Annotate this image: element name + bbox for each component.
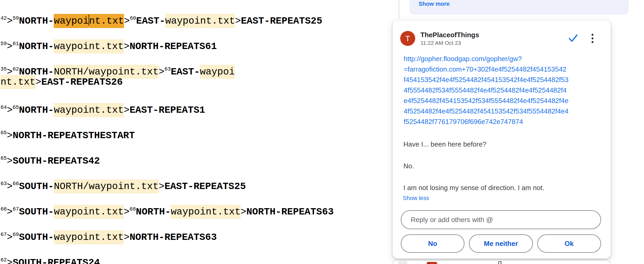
comment-timestamp: 11:22 AM Oct 23 bbox=[420, 40, 461, 46]
show-more-link[interactable]: Show more bbox=[419, 1, 450, 7]
doc-text: NORTH-REPEATS61 bbox=[129, 41, 217, 52]
document-line[interactable]: 67>69SOUTH-waypoint.txt>NORTH-REPEATS63 bbox=[1, 228, 217, 244]
background-fragment bbox=[398, 261, 407, 264]
comment-paragraph: No. bbox=[403, 161, 597, 170]
footnote-ref: 64 bbox=[1, 104, 7, 110]
doc-text: EAST-REPEATS25 bbox=[164, 181, 246, 192]
footnote-ref: 69 bbox=[13, 231, 19, 238]
footnote-ref: 61 bbox=[13, 41, 19, 47]
footnote-ref: 35 bbox=[1, 66, 7, 72]
doc-text: NORTH- bbox=[19, 105, 54, 116]
footnote-ref: 65 bbox=[1, 155, 7, 161]
comment-link-line[interactable]: f454153542f4e4f5254482f454153542f4e4f525… bbox=[404, 74, 569, 85]
doc-text: EAST- bbox=[136, 15, 165, 26]
search-match: NORTH/waypoint.txt bbox=[54, 179, 159, 193]
smart-reply-ok[interactable]: Ok bbox=[537, 234, 601, 253]
smart-reply-no[interactable]: No bbox=[401, 234, 464, 253]
document-line[interactable]: 64>65NORTH-waypoint.txt>EAST-REPEATS1 bbox=[1, 101, 205, 117]
doc-text: SOUTH- bbox=[19, 232, 54, 243]
search-match: waypoint.txt bbox=[171, 205, 240, 219]
search-match-active: nt.txt bbox=[89, 14, 124, 28]
doc-text: > bbox=[124, 15, 130, 26]
search-match: waypoi bbox=[200, 65, 235, 79]
document-line[interactable]: 65>SOUTH-REPEATS42 bbox=[1, 152, 100, 168]
document-line[interactable]: nt.txt>EAST-REPEATS26 bbox=[1, 76, 123, 89]
footnote-ref: 65 bbox=[1, 130, 7, 136]
collapsed-comment-card[interactable]: Show more bbox=[409, 0, 629, 15]
footnote-ref: 59 bbox=[13, 15, 19, 21]
next-comment-avatar bbox=[427, 262, 437, 264]
footnote-ref: 66 bbox=[13, 181, 19, 187]
comment-paragraph: I am not losing my sense of direction. I… bbox=[403, 183, 597, 192]
doc-text: > bbox=[7, 232, 13, 243]
document-line[interactable]: 59>61NORTH-waypoint.txt>NORTH-REPEATS61 bbox=[1, 37, 217, 53]
doc-text: NORTH-REPEATSTHESTART bbox=[13, 130, 135, 141]
search-match: nt.txt bbox=[1, 75, 35, 89]
comment-body: Have I... been here before?No.I am not l… bbox=[403, 140, 597, 205]
doc-text: SOUTH-REPEATS42 bbox=[13, 155, 100, 166]
comment-link-line[interactable]: f5254482f776179706f696e742e747874 bbox=[404, 116, 569, 127]
doc-text: EAST-REPEATS1 bbox=[129, 105, 205, 116]
doc-text: > bbox=[7, 155, 13, 166]
comment-link[interactable]: http://gopher.floodgap.com/gopher/gw?=fa… bbox=[404, 53, 569, 127]
search-match: waypoint.txt bbox=[54, 39, 123, 53]
footnote-ref: 63 bbox=[164, 66, 171, 72]
doc-text: NORTH-REPEATS63 bbox=[246, 206, 334, 217]
doc-text: > bbox=[159, 181, 164, 192]
search-match: waypoint.txt bbox=[54, 205, 123, 219]
doc-text: SOUTH-REPEATS24 bbox=[13, 257, 100, 264]
doc-text: NORTH-REPEATS63 bbox=[129, 232, 217, 243]
smart-reply-me-neither[interactable]: Me neither bbox=[469, 234, 533, 253]
document-text[interactable]: 42>59NORTH-waypoint.txt>60EAST-waypoint.… bbox=[0, 0, 391, 264]
doc-text: > bbox=[241, 206, 246, 217]
doc-text: > bbox=[35, 77, 41, 88]
footnote-ref: 60 bbox=[130, 15, 136, 21]
comment-paragraph: Have I... been here before? bbox=[403, 140, 597, 149]
comment-link-line[interactable]: 4f5554482f534f5554482f4e4f5254482f4e4f52… bbox=[404, 85, 569, 95]
doc-text: > bbox=[7, 130, 13, 141]
document-line[interactable]: 66>67SOUTH-waypoint.txt>68NORTH-waypoint… bbox=[1, 203, 334, 218]
footnote-ref: 67 bbox=[13, 206, 19, 212]
footnote-ref: 65 bbox=[13, 104, 19, 110]
comment-author: ThePlaceofThings bbox=[420, 31, 479, 39]
doc-text: EAST- bbox=[171, 66, 200, 77]
comment-link-line[interactable]: e4f5254482f454153542f534f5554482f4e4f525… bbox=[404, 95, 569, 106]
doc-text: EAST-REPEATS26 bbox=[41, 77, 123, 88]
document-line[interactable]: 42>59NORTH-waypoint.txt>60EAST-waypoint.… bbox=[1, 12, 322, 28]
comment-link-line[interactable]: =farragofiction.com+70+302f4e4f5254482f4… bbox=[404, 64, 569, 74]
footnote-ref: 59 bbox=[1, 41, 7, 47]
footnote-ref: 67 bbox=[1, 231, 7, 238]
doc-text: EAST-REPEATS25 bbox=[241, 15, 322, 26]
more-options-icon[interactable] bbox=[588, 31, 597, 45]
footnote-ref: 68 bbox=[129, 206, 136, 212]
doc-text: > bbox=[7, 15, 13, 26]
doc-text: > bbox=[159, 66, 164, 77]
doc-text: > bbox=[7, 257, 13, 264]
app-window: 42>59NORTH-waypoint.txt>60EAST-waypoint.… bbox=[0, 0, 644, 264]
avatar: T bbox=[400, 31, 415, 46]
search-match: waypoint.txt bbox=[54, 103, 123, 117]
next-comment-card[interactable]: g bbox=[393, 261, 611, 264]
resolve-check-icon[interactable] bbox=[567, 32, 579, 45]
next-comment-text-fragment: g bbox=[498, 258, 502, 264]
search-match-active: waypoi bbox=[54, 14, 89, 28]
doc-text: NORTH- bbox=[19, 15, 54, 26]
comment-link-line[interactable]: 4f5254482f4e4f5254482f454153542f534f5554… bbox=[404, 106, 569, 116]
document-line[interactable]: 63>66SOUTH-NORTH/waypoint.txt>EAST-REPEA… bbox=[1, 177, 246, 193]
comment-card: T ThePlaceofThings 11:22 AM Oct 23 http:… bbox=[393, 20, 611, 258]
page-edge-line bbox=[399, 0, 399, 19]
document-line[interactable]: 65>NORTH-REPEATSTHESTART bbox=[1, 126, 135, 142]
doc-text: > bbox=[124, 105, 129, 116]
doc-text: > bbox=[7, 41, 13, 52]
show-less-link[interactable]: Show less bbox=[403, 195, 429, 202]
reply-input[interactable] bbox=[401, 210, 601, 229]
search-match: waypoint.txt bbox=[165, 14, 235, 28]
doc-text: NORTH- bbox=[136, 206, 171, 217]
search-match: waypoint.txt bbox=[54, 230, 123, 244]
doc-text: > bbox=[124, 41, 129, 52]
doc-text: SOUTH- bbox=[19, 181, 54, 192]
footnote-ref: 62 bbox=[1, 257, 7, 263]
document-line[interactable]: 62>SOUTH-REPEATS24 bbox=[1, 254, 100, 264]
comment-link-line[interactable]: http://gopher.floodgap.com/gopher/gw? bbox=[404, 53, 569, 64]
doc-text: > bbox=[124, 206, 129, 217]
